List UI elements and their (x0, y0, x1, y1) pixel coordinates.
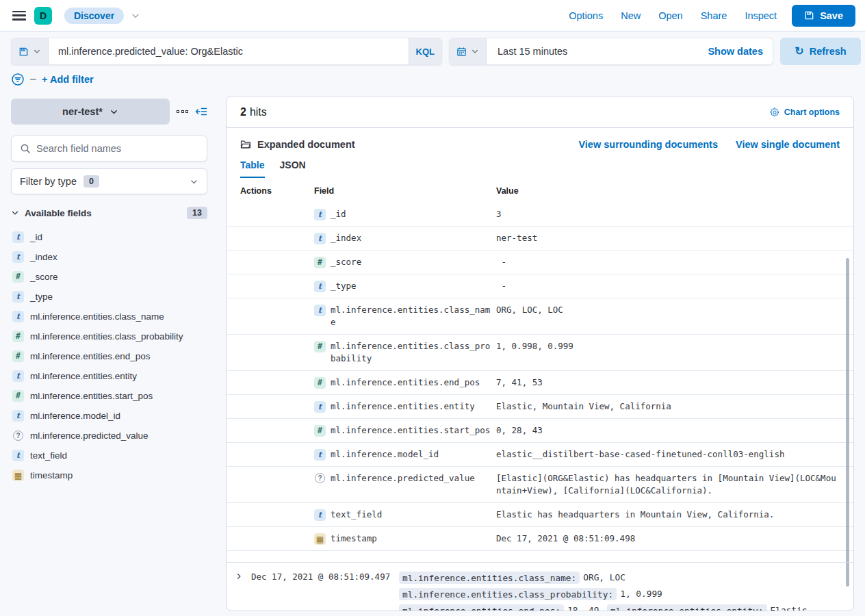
view-single-document-link[interactable]: View single document (736, 139, 840, 150)
document-field-row: ml.inference.entities.class_probability … (227, 335, 853, 371)
document-field-row: ml.inference.entities.start_pos 0, 28, 4… (227, 419, 853, 443)
save-icon (804, 10, 814, 21)
gear-icon (770, 107, 779, 117)
nav-link[interactable]: Inspect (745, 10, 777, 21)
summary-field-pair: ml.inference.entities.class_probability:… (399, 589, 662, 599)
summary-field-name-badge: ml.inference.entities.end_pos: (399, 604, 564, 611)
field-value: 1, 0.998, 0.999 (496, 340, 838, 352)
nav-link[interactable]: Share (701, 10, 727, 21)
field-name: ml.inference.entities.entity (331, 400, 475, 413)
chart-options-button[interactable]: Chart options (770, 107, 840, 117)
field-name: _index (30, 252, 57, 262)
sidebar-field-item[interactable]: ml.inference.entities.entity (11, 366, 207, 386)
view-surrounding-documents-link[interactable]: View surrounding documents (578, 139, 718, 150)
sidebar-field-item[interactable]: ml.inference.entities.start_pos (11, 386, 207, 406)
menu-icon[interactable] (12, 11, 26, 21)
collapse-sidebar-icon[interactable] (195, 106, 207, 117)
nav-link[interactable]: Options (569, 10, 603, 21)
saved-query-icon (18, 47, 29, 57)
type-filter-count-badge: 0 (83, 175, 99, 188)
breadcrumb[interactable]: Discover (64, 8, 124, 24)
saved-query-menu[interactable] (12, 38, 49, 64)
filter-icon[interactable] (11, 73, 25, 86)
nav-link[interactable]: Open (658, 10, 682, 21)
filter-divider (30, 79, 36, 80)
field-type-icon (314, 377, 326, 389)
column-field: Field (314, 186, 491, 196)
field-value: 3 (496, 208, 838, 220)
sidebar-field-item[interactable]: timestamp (11, 465, 207, 485)
field-type-icon (314, 509, 326, 521)
filter-by-type-dropdown[interactable]: Filter by type 0 (11, 168, 207, 194)
field-type-icon (12, 291, 24, 303)
field-search-input[interactable] (36, 143, 198, 154)
document-field-row: text_field Elastic has headquarters in M… (227, 503, 853, 527)
add-filter-button[interactable]: + Add filter (42, 74, 94, 85)
field-name: ml.inference.entities.class_probability (331, 340, 491, 365)
chevron-down-icon (190, 177, 198, 186)
field-name: ml.inference.entities.class_name (30, 311, 164, 322)
document-field-row: ml.inference.entities.entity Elastic, Mo… (227, 395, 853, 419)
document-summary-row[interactable]: Dec 17, 2021 @ 08:51:09.497 ml.inference… (227, 562, 853, 611)
show-dates-button[interactable]: Show dates (698, 46, 773, 57)
document-field-row: ml.inference.model_id elastic__distilber… (227, 443, 853, 467)
field-type-icon (12, 231, 24, 243)
nav-link[interactable]: New (621, 10, 641, 21)
date-quick-menu[interactable] (450, 38, 487, 64)
sidebar-field-item[interactable]: _type (11, 287, 207, 307)
field-type-icon (314, 341, 326, 352)
save-button[interactable]: Save (792, 5, 855, 27)
field-type-icon (12, 470, 24, 481)
field-value: ner-test (496, 232, 838, 244)
field-type-icon (12, 331, 24, 342)
sidebar-field-item[interactable]: _id (11, 227, 207, 247)
sidebar-field-item[interactable]: text_field (11, 446, 207, 465)
query-language-button[interactable]: KQL (409, 38, 441, 64)
filter-bar: + Add filter (11, 73, 94, 86)
sidebar-field-item[interactable]: _index (11, 247, 207, 267)
field-name: ml.inference.entities.class_probability (30, 331, 183, 342)
detail-table-header: Actions Field Value (227, 178, 853, 203)
query-bar: KQL (11, 38, 442, 65)
time-range-value[interactable]: Last 15 minutes (487, 46, 578, 57)
field-name: text_field (331, 509, 382, 521)
available-fields-header[interactable]: Available fields 13 (11, 207, 207, 219)
sidebar-field-item[interactable]: ml.inference.entities.class_probability (11, 326, 207, 346)
chevron-down-icon[interactable] (131, 11, 140, 21)
field-name: ml.inference.entities.start_pos (30, 391, 153, 401)
field-name: ml.inference.entities.end_pos (30, 351, 151, 361)
tab-table[interactable]: Table (240, 159, 265, 178)
space-logo[interactable]: D (34, 7, 52, 25)
field-type-icon (314, 401, 326, 413)
field-name: ml.inference.model_id (30, 411, 120, 421)
field-name: ml.inference.entities.class_name (331, 304, 491, 329)
sidebar-field-item[interactable]: ml.inference.entities.class_name (11, 307, 207, 326)
refresh-button[interactable]: ↻ Refresh (780, 38, 861, 65)
date-picker: Last 15 minutes Show dates (449, 38, 773, 65)
sidebar-field-item[interactable]: _score (11, 267, 207, 287)
field-type-icon (315, 473, 325, 483)
sidebar-field-item[interactable]: ml.inference.predicted_value (11, 426, 207, 446)
field-type-icon (314, 209, 326, 220)
hits-count: 2 (240, 106, 246, 118)
field-list: _id _index _score _type ml.inference.ent… (11, 227, 207, 485)
field-type-icon (314, 233, 326, 244)
index-pattern-selector[interactable]: ner-test* (11, 99, 170, 125)
scrollbar-thumb[interactable] (846, 258, 849, 587)
field-type-icon (12, 450, 24, 461)
field-settings-icon[interactable] (175, 107, 190, 116)
kql-query-input[interactable] (49, 46, 409, 57)
search-icon (20, 143, 31, 154)
field-search-box (11, 136, 207, 162)
summary-field-value: 18, 49 (567, 605, 599, 611)
field-value: [Elastic](ORG&Elastic) has headquarters … (496, 472, 838, 497)
tab-json[interactable]: JSON (280, 159, 306, 178)
field-type-icon (12, 370, 24, 382)
summary-field-pair: ml.inference.entities.class_name:ORG, LO… (399, 572, 625, 582)
sidebar-field-item[interactable]: ml.inference.model_id (11, 406, 207, 426)
field-name: timestamp (331, 532, 377, 545)
field-value: ORG, LOC, LOC (496, 304, 838, 316)
expand-row-icon[interactable] (235, 572, 243, 580)
hits-bar: 2 hits Chart options (227, 97, 853, 128)
sidebar-field-item[interactable]: ml.inference.entities.end_pos (11, 346, 207, 366)
